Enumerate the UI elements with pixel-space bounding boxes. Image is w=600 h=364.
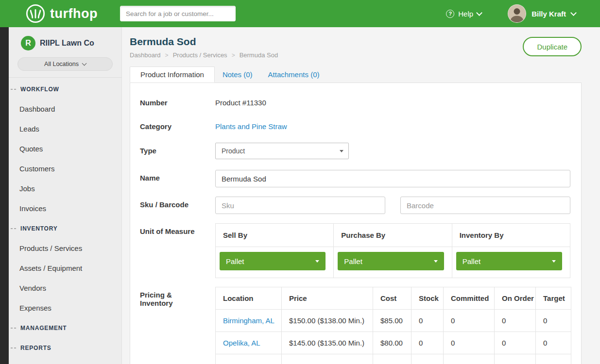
on-order-cell: 0 bbox=[495, 310, 536, 332]
section-header-inventory: INVENTORY bbox=[9, 218, 121, 238]
type-select-value: Product bbox=[222, 147, 245, 155]
uom-header-purchase-by: Purchase By bbox=[334, 224, 452, 247]
tab-attachments[interactable]: Attachments (0) bbox=[260, 66, 327, 83]
caret-down-icon bbox=[340, 150, 343, 152]
uom-header-sell-by: Sell By bbox=[216, 224, 334, 247]
location-link[interactable]: Birmingham, AL bbox=[223, 316, 274, 325]
section-header-management[interactable]: MANAGEMENT bbox=[9, 318, 121, 338]
app-body: R RIIPL Lawn Co All Locations WORKFLOW D… bbox=[0, 27, 600, 364]
main-content: Bermuda Sod Dashboard > Products / Servi… bbox=[122, 27, 600, 364]
name-input[interactable] bbox=[215, 170, 570, 187]
avatar bbox=[508, 4, 526, 23]
table-row bbox=[216, 354, 571, 364]
unit-of-measure-row: Unit of Measure Sell By Purchase By Inve… bbox=[140, 223, 570, 278]
sidebar-item-invoices[interactable]: Invoices bbox=[9, 199, 121, 218]
pricing-inventory-label: Pricing & Inventory bbox=[140, 287, 215, 364]
category-row: Category Plants and Pine Straw bbox=[140, 118, 570, 131]
col-header-committed: Committed bbox=[444, 287, 495, 310]
sidebar: R RIIPL Lawn Co All Locations WORKFLOW D… bbox=[9, 27, 122, 364]
sell-by-dropdown[interactable]: Pallet bbox=[220, 252, 326, 270]
number-value: Product #11330 bbox=[215, 95, 570, 107]
page-title: Bermuda Sod bbox=[130, 36, 278, 48]
col-header-location: Location bbox=[216, 287, 282, 310]
number-label: Number bbox=[140, 95, 215, 107]
pricing-inventory-row: Pricing & Inventory Location Price Cost bbox=[140, 287, 570, 364]
locations-label: All Locations bbox=[44, 61, 79, 67]
category-link[interactable]: Plants and Pine Straw bbox=[215, 118, 287, 131]
help-menu[interactable]: ? Help bbox=[446, 10, 481, 18]
page-head: Bermuda Sod Dashboard > Products / Servi… bbox=[130, 27, 582, 59]
caret-down-icon bbox=[434, 260, 438, 263]
company-logo: R bbox=[21, 36, 35, 50]
tab-bar: Product Information Notes (0) Attachment… bbox=[130, 66, 582, 83]
locations-dropdown[interactable]: All Locations bbox=[17, 57, 113, 71]
sku-barcode-label: Sku / Barcode bbox=[140, 197, 215, 214]
sidebar-nav: WORKFLOW Dashboard Leads Quotes Customer… bbox=[9, 78, 121, 358]
location-link[interactable]: Opelika, AL bbox=[223, 339, 260, 347]
inventory-by-dropdown[interactable]: Pallet bbox=[456, 252, 562, 270]
chevron-down-icon bbox=[476, 10, 482, 16]
col-header-price: Price bbox=[282, 287, 373, 310]
on-order-cell: 0 bbox=[495, 332, 536, 354]
brand-name: turfhop bbox=[50, 6, 98, 21]
user-menu[interactable]: Billy Kraft bbox=[508, 4, 576, 23]
chevron-down-icon bbox=[82, 61, 86, 66]
price-cell: $150.00 ($138.00 Min.) bbox=[282, 310, 373, 332]
type-row: Type Product bbox=[140, 143, 570, 159]
name-label: Name bbox=[140, 170, 215, 187]
chevron-down-icon bbox=[570, 10, 577, 16]
category-label: Category bbox=[140, 118, 215, 131]
unit-of-measure-label: Unit of Measure bbox=[140, 223, 215, 278]
sidebar-item-vendors[interactable]: Vendors bbox=[9, 278, 121, 298]
breadcrumb: Dashboard > Products / Services > Bermud… bbox=[130, 51, 278, 59]
name-row: Name bbox=[140, 170, 570, 187]
sidebar-item-expenses[interactable]: Expenses bbox=[9, 298, 121, 318]
unit-of-measure-table: Sell By Purchase By Inventory By Pallet bbox=[215, 223, 570, 278]
breadcrumb-item-dashboard[interactable]: Dashboard bbox=[130, 51, 161, 59]
col-header-target: Target bbox=[536, 287, 571, 310]
barcode-input[interactable] bbox=[400, 197, 570, 214]
company-badge: R RIIPL Lawn Co bbox=[9, 27, 121, 50]
sidebar-item-jobs[interactable]: Jobs bbox=[9, 179, 121, 199]
sidebar-item-dashboard[interactable]: Dashboard bbox=[9, 99, 121, 119]
sidebar-item-assets-equipment[interactable]: Assets / Equipment bbox=[9, 258, 121, 278]
table-row: Opelika, AL $145.00 ($135.00 Min.) $80.0… bbox=[216, 332, 571, 354]
help-icon: ? bbox=[446, 10, 454, 18]
section-header-reports[interactable]: REPORTS bbox=[9, 338, 121, 358]
sidebar-item-quotes[interactable]: Quotes bbox=[9, 139, 121, 159]
committed-cell: 0 bbox=[444, 332, 495, 354]
stock-cell: 0 bbox=[411, 310, 444, 332]
left-edge-strip bbox=[0, 27, 9, 364]
uom-header-inventory-by: Inventory By bbox=[452, 224, 570, 247]
cost-cell: $85.00 bbox=[373, 310, 411, 332]
table-header-row: Location Price Cost Stock Committed On O… bbox=[216, 287, 571, 310]
col-header-cost: Cost bbox=[373, 287, 411, 310]
sidebar-item-leads[interactable]: Leads bbox=[9, 119, 121, 139]
sku-input[interactable] bbox=[215, 197, 385, 214]
brand[interactable]: turfhop bbox=[25, 3, 98, 24]
type-select[interactable]: Product bbox=[215, 143, 349, 159]
number-row: Number Product #11330 bbox=[140, 95, 570, 107]
breadcrumb-separator: > bbox=[232, 52, 235, 59]
purchase-by-dropdown[interactable]: Pallet bbox=[338, 252, 444, 270]
sidebar-item-customers[interactable]: Customers bbox=[9, 159, 121, 179]
price-cell: $145.00 ($135.00 Min.) bbox=[282, 332, 373, 354]
pricing-inventory-table: Location Price Cost Stock Committed On O… bbox=[215, 287, 571, 364]
breadcrumb-item-current: Bermuda Sod bbox=[240, 51, 278, 59]
user-name: Billy Kraft bbox=[531, 10, 566, 18]
tab-notes[interactable]: Notes (0) bbox=[215, 66, 260, 83]
dash-icon bbox=[11, 347, 17, 348]
duplicate-button[interactable]: Duplicate bbox=[523, 37, 582, 56]
turfhop-logo-icon bbox=[25, 3, 46, 24]
breadcrumb-separator: > bbox=[165, 52, 169, 59]
committed-cell: 0 bbox=[444, 310, 495, 332]
stock-cell: 0 bbox=[411, 332, 444, 354]
breadcrumb-item-products-services[interactable]: Products / Services bbox=[173, 51, 227, 59]
product-information-panel: Number Product #11330 Category Plants an… bbox=[130, 83, 582, 364]
search-input[interactable] bbox=[120, 6, 236, 21]
help-label: Help bbox=[458, 10, 473, 18]
company-name: RIIPL Lawn Co bbox=[40, 39, 94, 48]
sidebar-item-products-services[interactable]: Products / Services bbox=[9, 238, 121, 258]
cost-cell: $80.00 bbox=[373, 332, 411, 354]
tab-product-information[interactable]: Product Information bbox=[130, 66, 215, 83]
